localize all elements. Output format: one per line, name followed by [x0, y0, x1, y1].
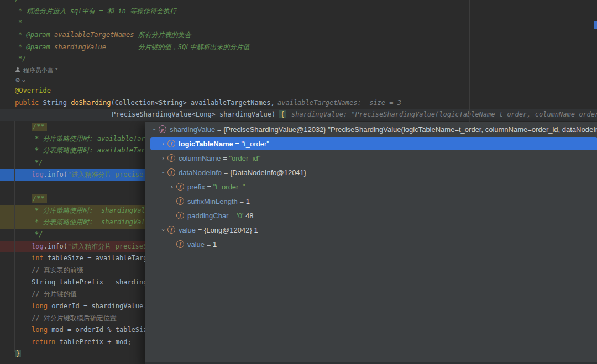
- variable-name: logicTableName: [179, 140, 233, 148]
- variable-row-dataNodeInfo[interactable]: ›fdataNodeInfo = {DataNodeInfo@12041}: [145, 165, 597, 180]
- code-token: "进入精准分片 precise: [67, 171, 143, 178]
- code-token: .: [44, 171, 48, 178]
- code-token: tablePrefix + mod;: [55, 338, 131, 346]
- variable-row-value[interactable]: ›fvalue = {Long@12042} 1: [145, 223, 597, 237]
- code-token: [50, 43, 54, 51]
- code-token: * 分表策略使用时: shardingValue: [35, 218, 153, 226]
- parameter-icon: p: [159, 125, 166, 133]
- variable-value: =: [221, 154, 229, 162]
- variables-tree: ›pshardingValue = {PreciseShardingValue@…: [145, 122, 597, 251]
- variable-name: value: [187, 240, 205, 249]
- variable-value: =: [233, 140, 242, 148]
- code-token: @Override: [15, 87, 51, 94]
- variable-value: 1: [213, 240, 217, 249]
- code-line-5[interactable]: * @param shardingValue 分片键的值，SQL中解析出来的分片…: [0, 41, 597, 54]
- code-token: orderId = shardingValue.: [48, 302, 148, 310]
- code-token: availableTargetNames: [54, 31, 134, 39]
- variable-name: suffixMinLength: [187, 197, 238, 205]
- variable-value: 48: [243, 212, 253, 220]
- code-token: /**: [33, 123, 45, 130]
- variable-value: =: [238, 197, 246, 205]
- code-line-7[interactable]: 程序员小富 *: [0, 65, 597, 76]
- code-token: int: [32, 254, 44, 262]
- code-token: // 真实表的前缀: [32, 266, 83, 274]
- variable-row-columnName[interactable]: ›fcolumnName = "order_id": [145, 151, 597, 165]
- variable-row-shardingValue[interactable]: ›pshardingValue = {PreciseShardingValue@…: [145, 122, 597, 136]
- variable-name: columnName: [179, 154, 221, 162]
- inline-debugger-hint: shardingValue: "PreciseShardingValue(log…: [291, 109, 597, 121]
- code-token: * 分库策略使用时: availableTarge: [35, 135, 153, 143]
- tree-closed-chevron-icon[interactable]: ›: [159, 155, 167, 162]
- variable-value: 1: [254, 226, 258, 234]
- code-token: @param: [26, 43, 50, 51]
- variable-row-logicTableName[interactable]: ›flogicTableName = "t_order": [145, 136, 597, 151]
- code-token: */: [18, 55, 26, 62]
- field-icon: f: [176, 212, 184, 219]
- scrollbar-marker: [594, 21, 597, 29]
- code-token: return: [32, 338, 55, 346]
- author-avatar-icon: [15, 67, 20, 73]
- code-token: * 精准分片进入 sql中有 = 和 in 等操作符会执行: [18, 7, 176, 15]
- field-icon: f: [176, 197, 184, 205]
- code-token: "进入精准分片 preciseSh: [67, 242, 151, 250]
- field-icon: f: [176, 240, 184, 248]
- chevron-down-icon[interactable]: >: [18, 80, 30, 82]
- variable-name: dataNodeInfo: [179, 168, 222, 177]
- variable-row-paddingChar[interactable]: fpaddingChar = '0' 48: [145, 208, 597, 223]
- code-token: *: [18, 43, 26, 51]
- code-token: // 对分片键取模后确定位置: [32, 314, 117, 322]
- variable-row-value[interactable]: fvalue = 1: [145, 237, 597, 251]
- debugger-variables-popup: ›pshardingValue = {PreciseShardingValue@…: [145, 122, 597, 364]
- code-line-8[interactable]: ⚙>: [0, 76, 597, 85]
- code-token: (Collection<String> availableTargetNames…: [111, 99, 274, 107]
- code-line-3[interactable]: *: [0, 17, 597, 29]
- code-line-2[interactable]: * 精准分片进入 sql中有 = 和 in 等操作符会执行: [0, 6, 597, 18]
- tree-closed-chevron-icon[interactable]: ›: [167, 183, 176, 191]
- code-token: 程序员小富 *: [23, 67, 57, 73]
- ide-window: { "colors": { "editor_bg": "#2B2B2B", "p…: [0, 0, 597, 364]
- tree-open-chevron-icon[interactable]: ›: [160, 168, 167, 177]
- variable-value: =: [205, 240, 213, 249]
- code-line-10[interactable]: public String doSharding(Collection<Stri…: [0, 97, 597, 109]
- code-line-6[interactable]: */: [0, 53, 597, 65]
- code-line-9[interactable]: @Override: [0, 85, 597, 97]
- code-token: String tablePrefix = shardingV: [32, 278, 151, 286]
- variable-name: prefix: [187, 183, 205, 191]
- variable-name: value: [179, 226, 196, 234]
- code-token: info(: [48, 171, 67, 178]
- variable-value: "PreciseShardingValue(logicTableName=t_o…: [328, 125, 597, 134]
- code-token: * 分库策略使用时: shardingValue: [35, 207, 153, 214]
- variable-row-prefix[interactable]: ›fprefix = "t_order_": [145, 180, 597, 194]
- code-line-4[interactable]: * @param availableTargetNames 所有分片表的集合: [0, 29, 597, 41]
- tree-closed-chevron-icon[interactable]: ›: [159, 140, 167, 147]
- field-icon: f: [167, 154, 175, 162]
- variable-value: {PreciseShardingValue@12032}: [223, 125, 328, 134]
- code-token: long: [32, 302, 48, 310]
- code-token: doSharding: [71, 99, 111, 107]
- code-line-1[interactable]: /**: [0, 0, 597, 6]
- code-token: *: [18, 31, 26, 39]
- highlighted-token-box: /**: [32, 123, 47, 131]
- code-token: /**: [15, 0, 27, 3]
- code-token: // 分片键的值: [32, 290, 77, 298]
- variable-value: =: [215, 125, 223, 134]
- tree-open-chevron-icon[interactable]: ›: [151, 125, 158, 134]
- variable-value: "t_order": [242, 140, 269, 148]
- code-token: }: [15, 350, 21, 357]
- code-token: tableSize = availableTarge: [44, 254, 151, 262]
- code-token: @param: [26, 31, 50, 39]
- code-token: PreciseShardingValue<Long> shardingValue…: [112, 110, 279, 118]
- code-token: log: [32, 171, 44, 178]
- code-token: mod = orderId % tableSize: [48, 326, 151, 334]
- code-token: * 分表策略使用时: availableTarge: [35, 146, 153, 154]
- variable-value: "order_id": [229, 154, 260, 162]
- variable-value: "t_order_": [213, 183, 245, 191]
- variable-value: =: [228, 212, 237, 220]
- tree-open-chevron-icon[interactable]: ›: [160, 225, 167, 234]
- field-icon: f: [176, 183, 184, 191]
- variable-value: 1: [246, 197, 250, 205]
- code-line-11[interactable]: PreciseShardingValue<Long> shardingValue…: [0, 109, 597, 121]
- variable-row-suffixMinLength[interactable]: fsuffixMinLength = 1: [145, 194, 597, 208]
- variable-value: {Long@12042}: [204, 226, 254, 234]
- code-token: info(: [48, 242, 67, 250]
